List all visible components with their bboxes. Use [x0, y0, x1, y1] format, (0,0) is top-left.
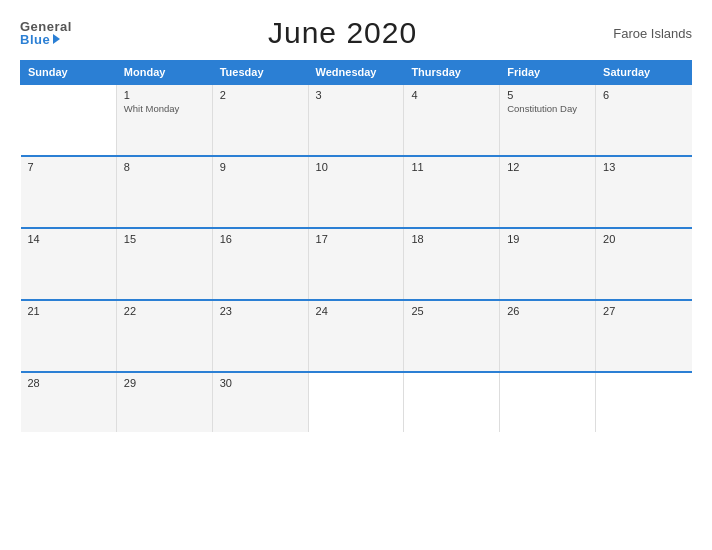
day-number: 22 [124, 305, 205, 317]
calendar-day-cell: 8 [116, 156, 212, 228]
calendar-day-cell: 4 [404, 84, 500, 156]
calendar-day-cell: 29 [116, 372, 212, 432]
calendar-week-row: 21222324252627 [21, 300, 692, 372]
day-number: 10 [316, 161, 397, 173]
day-number: 7 [28, 161, 109, 173]
calendar-day-cell: 7 [21, 156, 117, 228]
day-number: 23 [220, 305, 301, 317]
day-number: 26 [507, 305, 588, 317]
calendar-day-cell: 30 [212, 372, 308, 432]
calendar-day-cell: 25 [404, 300, 500, 372]
calendar-day-cell: 17 [308, 228, 404, 300]
col-sunday: Sunday [21, 61, 117, 85]
day-number: 6 [603, 89, 684, 101]
calendar-day-cell: 26 [500, 300, 596, 372]
calendar-day-cell: 3 [308, 84, 404, 156]
page: General Blue June 2020 Faroe Islands Sun… [0, 0, 712, 550]
calendar-day-cell: 11 [404, 156, 500, 228]
calendar-day-cell: 18 [404, 228, 500, 300]
col-thursday: Thursday [404, 61, 500, 85]
calendar-day-cell [596, 372, 692, 432]
calendar-day-cell: 9 [212, 156, 308, 228]
day-number: 28 [28, 377, 109, 389]
calendar-day-cell: 10 [308, 156, 404, 228]
day-number: 1 [124, 89, 205, 101]
day-number: 30 [220, 377, 301, 389]
logo: General Blue [20, 20, 72, 46]
calendar-day-cell: 24 [308, 300, 404, 372]
logo-blue-text: Blue [20, 33, 72, 46]
calendar-day-cell: 1Whit Monday [116, 84, 212, 156]
day-number: 16 [220, 233, 301, 245]
calendar-week-row: 78910111213 [21, 156, 692, 228]
region-label: Faroe Islands [613, 26, 692, 41]
calendar-week-row: 1Whit Monday2345Constitution Day6 [21, 84, 692, 156]
day-number: 14 [28, 233, 109, 245]
day-number: 2 [220, 89, 301, 101]
day-number: 11 [411, 161, 492, 173]
col-friday: Friday [500, 61, 596, 85]
day-number: 25 [411, 305, 492, 317]
calendar-day-cell [21, 84, 117, 156]
calendar-day-cell [308, 372, 404, 432]
calendar-day-cell: 22 [116, 300, 212, 372]
calendar-day-cell [404, 372, 500, 432]
calendar-day-cell: 15 [116, 228, 212, 300]
day-number: 27 [603, 305, 684, 317]
day-number: 9 [220, 161, 301, 173]
calendar-day-cell: 19 [500, 228, 596, 300]
day-number: 12 [507, 161, 588, 173]
day-number: 24 [316, 305, 397, 317]
calendar-day-cell: 16 [212, 228, 308, 300]
calendar-week-row: 282930 [21, 372, 692, 432]
calendar-table: Sunday Monday Tuesday Wednesday Thursday… [20, 60, 692, 432]
calendar-day-cell: 21 [21, 300, 117, 372]
calendar-day-cell: 13 [596, 156, 692, 228]
day-number: 17 [316, 233, 397, 245]
day-number: 8 [124, 161, 205, 173]
calendar-day-cell: 5Constitution Day [500, 84, 596, 156]
day-number: 29 [124, 377, 205, 389]
calendar-day-cell: 6 [596, 84, 692, 156]
calendar-day-cell: 2 [212, 84, 308, 156]
day-number: 15 [124, 233, 205, 245]
day-number: 19 [507, 233, 588, 245]
calendar-header-row: Sunday Monday Tuesday Wednesday Thursday… [21, 61, 692, 85]
day-number: 3 [316, 89, 397, 101]
calendar-day-cell: 28 [21, 372, 117, 432]
day-number: 21 [28, 305, 109, 317]
calendar-day-cell: 12 [500, 156, 596, 228]
calendar-week-row: 14151617181920 [21, 228, 692, 300]
col-wednesday: Wednesday [308, 61, 404, 85]
calendar-day-cell: 14 [21, 228, 117, 300]
calendar-day-cell: 27 [596, 300, 692, 372]
col-saturday: Saturday [596, 61, 692, 85]
calendar-day-cell: 20 [596, 228, 692, 300]
day-event: Constitution Day [507, 103, 588, 114]
calendar-day-cell [500, 372, 596, 432]
day-event: Whit Monday [124, 103, 205, 114]
logo-triangle-icon [53, 34, 60, 44]
col-monday: Monday [116, 61, 212, 85]
day-number: 13 [603, 161, 684, 173]
day-number: 5 [507, 89, 588, 101]
day-number: 20 [603, 233, 684, 245]
calendar-title: June 2020 [268, 16, 417, 50]
day-number: 4 [411, 89, 492, 101]
calendar-day-cell: 23 [212, 300, 308, 372]
header: General Blue June 2020 Faroe Islands [20, 16, 692, 50]
day-number: 18 [411, 233, 492, 245]
col-tuesday: Tuesday [212, 61, 308, 85]
